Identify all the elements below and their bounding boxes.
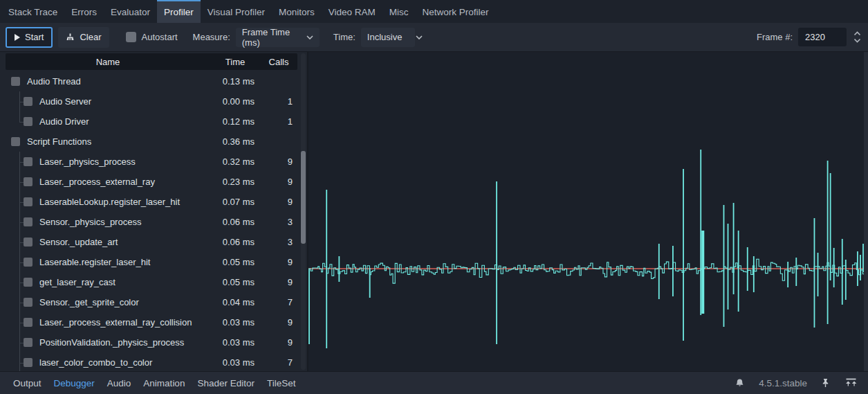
cell-time: 0.23 ms	[210, 177, 260, 187]
tree-branch-line	[11, 292, 24, 312]
bottom-panel-animation[interactable]: Animation	[137, 378, 191, 388]
cell-calls: 9	[260, 337, 297, 348]
tab-misc[interactable]: Misc	[382, 0, 416, 23]
cell-calls: 1	[260, 116, 297, 127]
tab-network-profiler[interactable]: Network Profiler	[415, 0, 495, 23]
row-checkbox[interactable]	[24, 197, 33, 206]
table-row[interactable]: Laserable.register_laser_hit0.05 ms9	[6, 252, 297, 272]
cell-time: 0.06 ms	[210, 217, 260, 227]
tree-branch-line	[11, 152, 24, 172]
row-checkbox[interactable]	[24, 117, 33, 126]
tab-stack-trace[interactable]: Stack Trace	[1, 0, 64, 23]
tree-branch-line	[11, 252, 24, 272]
frame-time-graph[interactable]	[308, 52, 868, 371]
profiler-toolbar: Start Clear Autostart Measure: Frame Tim…	[0, 23, 868, 52]
table-row[interactable]: Sensor._get_sprite_color0.04 ms7	[6, 292, 297, 312]
cell-name: laser_color_combo_to_color	[6, 352, 210, 371]
row-checkbox[interactable]	[24, 97, 33, 106]
cell-time: 0.32 ms	[210, 156, 260, 167]
measure-dropdown-value: Frame Time (ms)	[242, 27, 293, 48]
measure-label: Measure:	[193, 32, 230, 42]
table-row[interactable]: Sensor._update_art0.06 ms3	[6, 232, 297, 252]
row-checkbox[interactable]	[24, 177, 33, 186]
cell-calls: 3	[260, 237, 297, 247]
pin-icon[interactable]	[817, 378, 834, 388]
table-row[interactable]: Script Functions0.36 ms	[6, 132, 297, 152]
cell-name: Laser._physics_process	[6, 152, 210, 172]
cell-time: 0.03 ms	[210, 317, 260, 328]
cell-time: 0.07 ms	[210, 197, 260, 207]
tree-branch-line	[11, 272, 24, 292]
table-row[interactable]: get_laser_ray_cast0.05 ms9	[6, 272, 297, 292]
row-checkbox[interactable]	[24, 258, 33, 267]
table-row[interactable]: Audio Thread0.13 ms	[6, 71, 297, 91]
cell-calls: 9	[260, 277, 297, 287]
function-name: Audio Driver	[39, 116, 89, 127]
row-checkbox[interactable]	[24, 278, 33, 287]
table-header: Name Time Calls	[6, 53, 297, 70]
column-header-calls[interactable]: Calls	[260, 57, 297, 67]
table-row[interactable]: LaserableLookup.register_laser_hit0.07 m…	[6, 192, 297, 212]
column-header-name[interactable]: Name	[6, 57, 210, 67]
play-icon	[15, 34, 20, 41]
chevron-down-icon	[416, 35, 423, 39]
bottom-panel-shader-editor[interactable]: Shader Editor	[191, 378, 261, 388]
spin-up-icon[interactable]	[853, 31, 861, 36]
row-checkbox[interactable]	[11, 137, 20, 146]
table-row[interactable]: Sensor._physics_process0.06 ms3	[6, 212, 297, 232]
function-name: Sensor._update_art	[39, 237, 118, 247]
tab-visual-profiler[interactable]: Visual Profiler	[201, 0, 272, 23]
autostart-checkbox[interactable]	[126, 32, 136, 42]
profiler-function-panel: Name Time Calls Audio Thread0.13 msAudio…	[0, 52, 308, 371]
clear-broom-icon	[66, 33, 75, 42]
function-name: Sensor._physics_process	[39, 217, 141, 227]
cell-name: Sensor._physics_process	[6, 212, 210, 232]
row-checkbox[interactable]	[11, 77, 20, 86]
row-checkbox[interactable]	[24, 338, 33, 347]
frame-number-input[interactable]: 2320	[798, 28, 847, 46]
measure-dropdown[interactable]: Frame Time (ms)	[236, 28, 320, 47]
row-checkbox[interactable]	[24, 298, 33, 307]
table-scrollbar-thumb[interactable]	[301, 151, 306, 244]
row-checkbox[interactable]	[24, 238, 33, 247]
row-checkbox[interactable]	[24, 217, 33, 226]
tab-errors[interactable]: Errors	[64, 0, 104, 23]
table-row[interactable]: Audio Driver0.12 ms1	[6, 111, 297, 132]
godot-debugger-panel: Stack TraceErrorsEvaluatorProfilerVisual…	[0, 0, 868, 394]
clear-button[interactable]: Clear	[58, 27, 109, 48]
cell-calls: 9	[260, 197, 297, 207]
row-checkbox[interactable]	[24, 358, 33, 367]
tab-evaluator[interactable]: Evaluator	[104, 0, 157, 23]
bottom-panel-debugger[interactable]: Debugger	[48, 378, 101, 388]
frame-time-graph-plot[interactable]	[308, 52, 864, 371]
frame-number-value: 2320	[805, 32, 825, 42]
table-row[interactable]: laser_color_combo_to_color0.03 ms7	[6, 352, 297, 371]
start-button[interactable]: Start	[6, 27, 53, 48]
table-row[interactable]: PositionValidation._physics_process0.03 …	[6, 332, 297, 352]
column-header-time[interactable]: Time	[210, 57, 260, 67]
table-row[interactable]: Laser._process_external_ray0.23 ms9	[6, 172, 297, 192]
row-checkbox[interactable]	[24, 318, 33, 327]
cell-name: Audio Driver	[6, 111, 210, 132]
expand-bottom-panel-icon[interactable]	[841, 378, 861, 388]
bell-icon[interactable]	[730, 378, 749, 388]
function-name: get_laser_ray_cast	[39, 277, 116, 287]
tab-video-ram[interactable]: Video RAM	[322, 0, 382, 23]
cell-name: Laserable.register_laser_hit	[6, 252, 210, 272]
tab-monitors[interactable]: Monitors	[272, 0, 322, 23]
time-mode-dropdown[interactable]: Inclusive	[361, 28, 415, 47]
function-name: laser_color_combo_to_color	[39, 357, 152, 368]
bottom-panel-output[interactable]: Output	[7, 378, 48, 388]
spin-down-icon[interactable]	[853, 38, 861, 43]
frame-number-spinner	[852, 31, 862, 43]
row-checkbox[interactable]	[24, 157, 33, 166]
table-row[interactable]: Laser._process_external_ray_collision0.0…	[6, 312, 297, 332]
bottom-panel-audio[interactable]: Audio	[101, 378, 138, 388]
frame-time-series	[308, 259, 864, 283]
table-scrollbar[interactable]	[301, 53, 306, 370]
table-row[interactable]: Laser._physics_process0.32 ms9	[6, 152, 297, 172]
bottom-panel-tileset[interactable]: TileSet	[261, 378, 302, 388]
cell-time: 0.05 ms	[210, 277, 260, 287]
tab-profiler[interactable]: Profiler	[157, 0, 201, 23]
table-row[interactable]: Audio Server0.00 ms1	[6, 91, 297, 111]
